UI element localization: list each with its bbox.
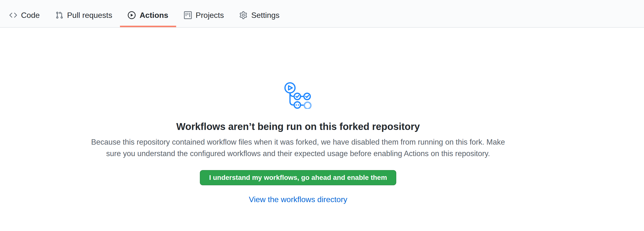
description-line-2: sure you understand the configured workf… [106, 149, 490, 158]
gear-icon [240, 11, 247, 19]
workflow-graph-icon [0, 82, 596, 110]
repo-tab-nav: Code Pull requests Actions Projects Sett… [0, 0, 644, 28]
tab-settings[interactable]: Settings [232, 3, 287, 27]
tab-code[interactable]: Code [2, 3, 48, 27]
tab-projects[interactable]: Projects [176, 3, 232, 27]
enable-workflows-button[interactable]: I understand my workflows, go ahead and … [200, 170, 396, 185]
blankslate-title: Workflows aren’t being run on this forke… [0, 121, 596, 132]
tab-label: Actions [140, 11, 168, 19]
code-icon [9, 11, 17, 19]
tab-label: Projects [196, 11, 224, 19]
main-content: Workflows aren’t being run on this forke… [0, 28, 644, 204]
play-circle-icon [128, 11, 136, 19]
tab-label: Pull requests [67, 11, 112, 19]
git-pull-request-icon [56, 11, 63, 19]
tab-pull-requests[interactable]: Pull requests [48, 3, 120, 27]
description-line-1: Because this repository contained workfl… [91, 138, 505, 146]
blankslate-description: Because this repository contained workfl… [0, 137, 596, 159]
view-workflows-link[interactable]: View the workflows directory [249, 195, 347, 204]
tab-label: Code [21, 11, 40, 19]
project-icon [184, 11, 192, 19]
tab-actions[interactable]: Actions [120, 3, 176, 27]
tab-label: Settings [251, 11, 280, 19]
blankslate: Workflows aren’t being run on this forke… [0, 82, 596, 204]
